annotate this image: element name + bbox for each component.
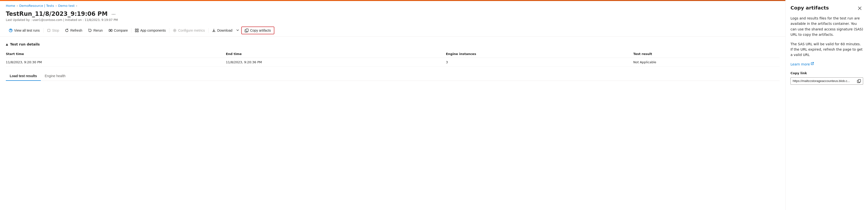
page-subtitle: Last Updated by : user1@contoso.com | In… xyxy=(6,18,779,22)
copy-link-input[interactable] xyxy=(791,78,855,84)
download-chevron-button[interactable] xyxy=(235,27,240,34)
section-label: Test run details xyxy=(10,42,40,46)
download-group: Download xyxy=(209,27,240,34)
svg-rect-9 xyxy=(246,29,248,32)
svg-rect-2 xyxy=(109,29,110,32)
svg-rect-1 xyxy=(48,29,50,32)
copy-artifacts-button[interactable]: Copy artifacts xyxy=(241,27,274,34)
section-chevron: ▲ xyxy=(6,43,8,46)
copy-artifacts-icon xyxy=(245,28,249,32)
page-title: TestRun_11/8/2023_9:19:06 PM xyxy=(6,10,107,17)
col-end-time: End time xyxy=(226,50,446,58)
rerun-icon xyxy=(88,28,92,32)
external-link-icon xyxy=(811,62,814,67)
view-all-label: View all test runs xyxy=(14,28,40,32)
learn-more-link[interactable]: Learn more xyxy=(790,61,814,67)
tab-engine-health[interactable]: Engine health xyxy=(41,72,69,81)
configure-metrics-label: Configure metrics xyxy=(178,28,205,32)
copy-link-copy-button[interactable] xyxy=(855,78,863,84)
stop-button[interactable]: Stop xyxy=(44,27,62,34)
col-engine-instances: Engine instances xyxy=(446,50,633,58)
svg-rect-4 xyxy=(135,29,136,30)
breadcrumb-home[interactable]: Home xyxy=(6,4,15,7)
stop-icon xyxy=(47,28,51,32)
svg-rect-5 xyxy=(137,29,138,30)
page-header: TestRun_11/8/2023_9:19:06 PM ··· Last Up… xyxy=(0,9,785,25)
compare-label: Compare xyxy=(114,28,128,32)
col-start-time: Start time xyxy=(6,50,226,58)
rerun-label: Rerun xyxy=(93,28,102,32)
side-panel: Copy artifacts Logs and results files fo… xyxy=(785,0,868,210)
breadcrumb: Home › DemoResource | Tests › Demo test … xyxy=(0,1,785,9)
cell-start-time: 11/8/2023, 9:20:30 PM xyxy=(6,58,226,67)
refresh-button[interactable]: Refresh xyxy=(62,27,85,34)
download-label: Download xyxy=(217,28,232,32)
side-panel-title: Copy artifacts xyxy=(790,5,829,11)
side-panel-desc-1: Logs and results files for the test run … xyxy=(790,16,863,37)
copy-link-input-row xyxy=(790,77,863,85)
sep-4 xyxy=(208,28,209,33)
svg-rect-10 xyxy=(859,79,861,82)
tab-load-test-results[interactable]: Load test results xyxy=(6,72,41,81)
refresh-label: Refresh xyxy=(70,28,82,32)
download-icon xyxy=(212,28,216,32)
toolbar: View all test runs Stop Refresh xyxy=(0,25,785,36)
svg-rect-3 xyxy=(111,29,112,32)
breadcrumb-sep-3: › xyxy=(76,4,77,7)
configure-metrics-icon xyxy=(173,28,177,32)
compare-button[interactable]: Compare xyxy=(106,27,131,34)
svg-rect-7 xyxy=(137,31,138,32)
cell-end-time: 11/8/2023, 9:20:36 PM xyxy=(226,58,446,67)
test-run-table: Start time End time Engine instances Tes… xyxy=(6,50,779,67)
sep-1 xyxy=(43,28,43,33)
app-components-button[interactable]: App components xyxy=(132,27,168,34)
rerun-button[interactable]: Rerun xyxy=(85,27,105,34)
configure-metrics-button[interactable]: Configure metrics xyxy=(170,27,208,34)
results-tabs: Load test results Engine health xyxy=(6,72,779,81)
test-run-details-header[interactable]: ▲ Test run details xyxy=(6,41,779,48)
sep-2 xyxy=(131,28,131,33)
more-options-button[interactable]: ··· xyxy=(110,11,117,17)
close-panel-button[interactable] xyxy=(856,5,863,12)
copy-artifacts-label: Copy artifacts xyxy=(250,28,271,32)
table-row: 11/8/2023, 9:20:30 PM 11/8/2023, 9:20:36… xyxy=(6,58,779,67)
breadcrumb-demotest[interactable]: Demo test xyxy=(58,4,74,7)
breadcrumb-sep-1: › xyxy=(17,4,18,7)
side-panel-desc-2: The SAS URL will be valid for 60 minutes… xyxy=(790,42,863,58)
app-components-label: App components xyxy=(140,28,166,32)
copy-link-label: Copy link xyxy=(790,71,863,76)
refresh-circle-icon xyxy=(9,28,13,32)
view-all-test-runs-button[interactable]: View all test runs xyxy=(6,27,43,34)
app-components-icon xyxy=(135,28,139,32)
side-panel-header: Copy artifacts xyxy=(790,5,863,12)
download-button[interactable]: Download xyxy=(209,27,235,34)
sep-3 xyxy=(169,28,169,33)
stop-label: Stop xyxy=(52,28,59,32)
breadcrumb-sep-2: › xyxy=(55,4,57,7)
col-test-result: Test result xyxy=(633,50,779,58)
svg-rect-6 xyxy=(135,31,136,32)
compare-icon xyxy=(108,28,113,32)
cell-engine-instances: 3 xyxy=(446,58,633,67)
sep-5 xyxy=(241,28,241,33)
breadcrumb-demoresource[interactable]: DemoResource | Tests xyxy=(19,4,54,7)
svg-point-8 xyxy=(174,30,176,31)
copy-link-section: Copy link xyxy=(790,71,863,85)
cell-test-result: Not Applicable xyxy=(633,58,779,67)
content-area: ▲ Test run details Start time End time E… xyxy=(0,36,785,85)
side-panel-body: Logs and results files for the test run … xyxy=(790,16,863,85)
refresh-icon xyxy=(65,28,69,32)
